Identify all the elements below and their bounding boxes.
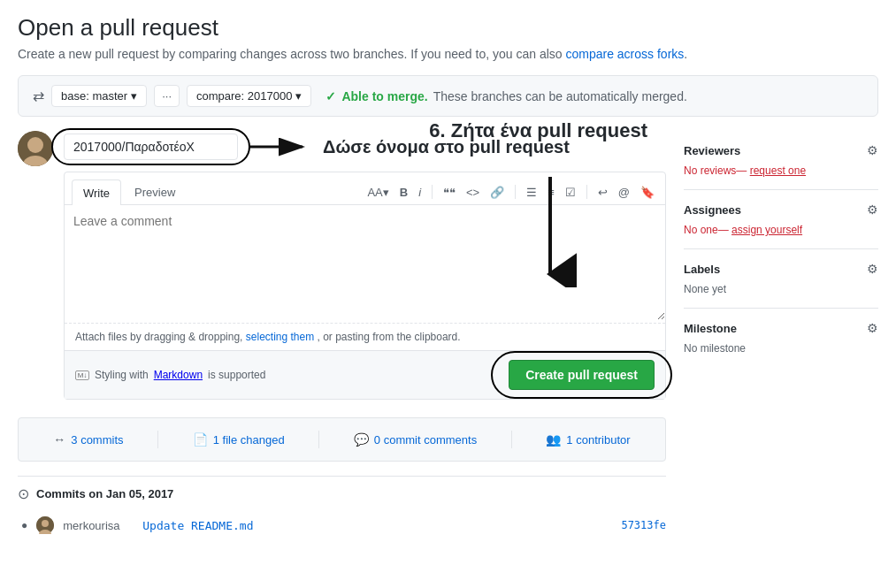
preview-tab[interactable]: Preview: [123, 179, 187, 204]
form-actions: M↓ Styling with Markdown is supported Cr…: [65, 350, 665, 399]
milestone-header: Milestone ⚙: [684, 321, 878, 335]
bold-btn[interactable]: B: [396, 184, 411, 201]
svg-point-8: [42, 520, 49, 527]
markdown-icon: M↓: [75, 370, 89, 380]
sidebar-reviewers: Reviewers ⚙ No reviews— request one: [684, 131, 878, 190]
create-btn-area: Create pull request: [509, 360, 655, 390]
contributors-icon: 👥: [546, 432, 561, 447]
reviewers-title: Reviewers: [684, 144, 740, 157]
attach-link[interactable]: selecting them: [246, 331, 314, 343]
assignees-empty: No one— assign yourself: [684, 224, 878, 236]
text-size-btn[interactable]: AA▾: [364, 184, 392, 201]
compare-forks-link[interactable]: compare across forks: [565, 47, 684, 61]
commits-icon: ↔: [53, 432, 65, 447]
page-subtitle: Create a new pull request by comparing c…: [18, 47, 878, 61]
contributors-stat[interactable]: 👥 1 contributor: [546, 432, 630, 447]
svg-point-1: [27, 137, 43, 153]
milestone-empty: No milestone: [684, 342, 878, 355]
milestone-title: Milestone: [684, 322, 737, 335]
mention-btn[interactable]: @: [615, 184, 633, 201]
commit-message-link[interactable]: Update README.md: [142, 519, 253, 532]
files-stat[interactable]: 📄 1 file changed: [193, 432, 285, 447]
chevron-down-icon: ▾: [295, 89, 302, 103]
stats-bar: ↔ 3 commits 📄 1 file changed 💬 0 commit …: [18, 417, 666, 462]
files-icon: 📄: [193, 432, 208, 447]
chevron-down-icon: ▾: [131, 89, 137, 103]
markdown-hint: M↓ Styling with Markdown is supported: [75, 369, 265, 381]
assignees-title: Assignees: [684, 203, 741, 217]
pr-title-input[interactable]: [64, 134, 238, 160]
base-branch-button[interactable]: base: master ▾: [51, 85, 147, 107]
reviewers-header: Reviewers ⚙: [684, 143, 878, 157]
quote-btn[interactable]: ❝❝: [440, 184, 459, 201]
reviewers-empty: No reviews— request one: [684, 164, 878, 177]
pr-title-wrapper: [64, 134, 238, 160]
milestone-gear-icon[interactable]: ⚙: [867, 321, 878, 335]
check-icon: ✓: [325, 89, 336, 103]
merge-status: ✓ Able to merge. These branches can be a…: [325, 89, 686, 103]
labels-empty: None yet: [684, 283, 878, 295]
commits-stat[interactable]: ↔ 3 commits: [53, 432, 123, 447]
table-row: ● merkourisa Update README.md 57313fe: [18, 513, 666, 538]
labels-gear-icon[interactable]: ⚙: [867, 262, 878, 276]
attach-footer: Attach files by dragging & dropping, sel…: [65, 323, 665, 350]
link-btn[interactable]: 🔗: [486, 184, 508, 201]
sidebar-labels: Labels ⚙ None yet: [684, 249, 878, 309]
assign-yourself-link[interactable]: assign yourself: [731, 224, 802, 236]
comments-stat[interactable]: 💬 0 commit comments: [354, 432, 477, 447]
branch-options-button[interactable]: ···: [154, 85, 180, 107]
labels-title: Labels: [684, 263, 720, 276]
markdown-link[interactable]: Markdown: [154, 369, 203, 381]
commit-avatar: [36, 516, 54, 534]
branch-bar: ⇄ base: master ▾ ··· compare: 2017000 ▾ …: [18, 75, 878, 117]
step6-arrow: [524, 172, 577, 290]
editor-toolbar: AA▾ B i ❝❝ <> 🔗 ☰ ≡ ☑: [364, 179, 658, 204]
labels-header: Labels ⚙: [684, 262, 878, 276]
assignees-gear-icon[interactable]: ⚙: [867, 202, 878, 217]
page-title: Open a pull request: [18, 14, 878, 42]
create-pull-request-button[interactable]: Create pull request: [509, 360, 655, 390]
write-tab[interactable]: Write: [72, 179, 121, 205]
code-btn[interactable]: <>: [463, 184, 483, 201]
title-arrow: [245, 131, 316, 163]
commits-date: Commits on Jan 05, 2017: [36, 487, 173, 500]
calendar-icon: ⊙: [18, 485, 29, 502]
commit-author: merkourisa: [63, 519, 134, 532]
commits-date-header: ⊙ Commits on Jan 05, 2017: [18, 485, 666, 502]
step6-label: 6. Ζήτα ένα pull request: [429, 119, 647, 142]
commit-sha: 57313fe: [621, 519, 666, 531]
commits-section: ⊙ Commits on Jan 05, 2017 ● merkourisa U…: [18, 476, 666, 546]
reply-btn[interactable]: ↩: [594, 184, 611, 201]
pr-form: Δώσε όνομα στο pull request Write Previe…: [18, 131, 666, 546]
compare-branch-button[interactable]: compare: 2017000 ▾: [187, 85, 311, 107]
avatar: [18, 131, 53, 166]
editor-box: Write Preview AA▾ B i ❝❝ <>: [64, 172, 666, 400]
italic-btn[interactable]: i: [415, 184, 425, 201]
sidebar: Reviewers ⚙ No reviews— request one Assi…: [684, 131, 878, 546]
commit-dot-icon: ●: [21, 519, 27, 531]
comments-icon: 💬: [354, 432, 369, 447]
sidebar-assignees: Assignees ⚙ No one— assign yourself: [684, 190, 878, 249]
sidebar-milestone: Milestone ⚙ No milestone: [684, 309, 878, 367]
assignees-header: Assignees ⚙: [684, 202, 878, 217]
compare-icon: ⇄: [33, 88, 44, 104]
reviewers-gear-icon[interactable]: ⚙: [867, 143, 878, 157]
request-one-link[interactable]: request one: [750, 164, 806, 177]
bookmark-btn[interactable]: 🔖: [637, 184, 658, 201]
